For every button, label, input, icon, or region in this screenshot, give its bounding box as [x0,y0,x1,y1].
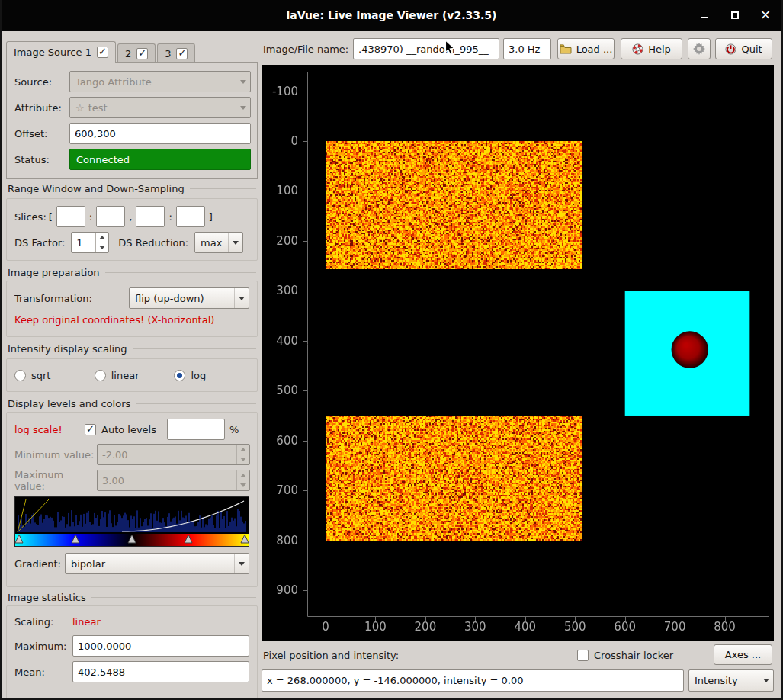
x-tick-label: 400 [506,620,544,634]
tab-1-checkbox[interactable] [97,47,108,58]
transformation-value: flip (up-down) [135,293,234,304]
x-tick-label: 600 [606,620,644,634]
y-tick-label: -100 [262,85,298,98]
section-intensity-scaling-header: Intensity display scaling [8,343,256,355]
section-title: Image statistics [8,592,86,603]
load-folder-icon [560,43,572,54]
status-badge: Connected [69,149,251,170]
tab-3-label: 3 [165,48,171,59]
auto-levels-checkbox[interactable]: Auto levels [85,424,156,435]
app-window: laVue: Live Image Viewer (v2.33.5) Image… [0,0,783,700]
x-tick-label: 200 [406,620,444,634]
spin-up-icon[interactable] [96,233,108,242]
offset-input[interactable] [69,123,251,144]
y-tick-label: 100 [262,184,298,197]
checkbox-icon [85,424,96,435]
maximum-value-label: Maximum value: [14,469,97,492]
maximum-value-spinner[interactable] [97,470,250,491]
pixel-position-label: Pixel position and intensity: [263,645,399,665]
y-tick-label: 200 [262,234,298,248]
radio-linear[interactable]: linear [95,370,175,381]
ds-reduction-select[interactable]: max [194,232,243,253]
tab-2-checkbox[interactable] [136,48,148,59]
colon-separator: : [89,211,92,223]
tab-1-label: Image Source 1 [14,47,91,58]
section-title: Image preparation [8,267,100,278]
maximum-stat-input[interactable] [72,635,249,657]
slice-row-start-input[interactable] [56,206,85,227]
stats-scaling-value: linear [72,616,101,628]
spin-down-icon[interactable] [96,242,108,252]
channel-select[interactable]: Intensity [688,669,774,692]
tab-image-source-2[interactable]: 2 [117,43,156,63]
maximize-button[interactable] [730,9,740,20]
position-readout-input[interactable] [262,669,684,692]
transformation-select[interactable]: flip (up-down) [129,287,249,309]
colon-separator: : [168,211,172,223]
window-controls [699,9,771,20]
x-tick-label: 500 [556,620,594,634]
chevron-down-icon [236,98,250,117]
mouse-cursor [444,40,456,56]
tab-image-source-1[interactable]: Image Source 1 [6,41,116,63]
slice-row-end-input[interactable] [96,206,125,227]
settings-button[interactable] [688,38,711,59]
ds-factor-label: DS Factor: [14,237,65,249]
source-select[interactable]: Tango Attribute [69,71,251,92]
attribute-select[interactable]: test [69,97,251,118]
plot-area[interactable]: -100010020030040050060070080090001002003… [262,65,774,641]
image-preparation-box: Transformation: flip (up-down) Keep orig… [6,281,258,337]
chevron-down-icon [759,670,773,691]
stats-scaling-label: Scaling: [14,616,72,628]
tab-image-source-3[interactable]: 3 [157,43,195,63]
tab-3-checkbox[interactable] [176,48,188,59]
transformation-label: Transformation: [14,293,129,304]
slices-label: Slices: [14,211,47,223]
y-tick-label: 900 [262,583,298,597]
radio-sqrt[interactable]: sqrt [14,370,95,381]
help-button[interactable]: Help [621,38,682,59]
slice-col-end-input[interactable] [176,206,205,227]
gradient-histogram-preview[interactable] [14,496,249,547]
comma-separator: , [129,211,132,223]
x-tick-label: 100 [356,620,394,634]
quit-icon [725,43,736,55]
percent-suffix: % [229,424,239,435]
y-tick-label: 0 [262,134,298,148]
source-value: Tango Attribute [75,76,236,88]
minimum-value-spinner[interactable] [97,444,250,465]
status-label: Status: [14,154,69,165]
plot-canvas[interactable] [262,65,774,641]
auto-levels-percent-input[interactable] [167,419,225,440]
x-tick-label: 0 [306,620,345,634]
load-button-label: Load ... [576,43,613,55]
minimize-button[interactable] [699,9,710,20]
gear-icon [693,43,705,55]
window-title: laVue: Live Image Viewer (v2.33.5) [287,9,497,21]
radio-log[interactable]: log [174,370,206,381]
tab-2-label: 2 [125,48,131,59]
section-title: Display levels and colors [8,398,130,409]
mean-stat-input[interactable] [72,661,249,682]
crosshair-locker-checkbox[interactable]: Crosshair locker [577,645,673,665]
ds-factor-spinner[interactable] [71,232,109,253]
spin-up-icon [237,470,249,480]
slice-col-start-input[interactable] [136,206,165,227]
display-levels-box: log scale! Auto levels % Minimum value: … [6,412,258,587]
load-button[interactable]: Load ... [557,38,615,59]
quit-button[interactable]: Quit [715,38,772,59]
axes-button-label: Axes ... [725,649,762,660]
radio-selected-icon [174,370,185,381]
refresh-rate-input[interactable] [503,38,551,59]
gradient-select[interactable]: bipolar [65,553,249,574]
section-title: Range Window and Down-Sampling [8,183,185,194]
titlebar[interactable]: laVue: Live Image Viewer (v2.33.5) [0,0,783,31]
radio-sqrt-label: sqrt [31,370,50,381]
axes-button[interactable]: Axes ... [714,644,772,665]
close-button[interactable] [760,9,771,20]
filename-input[interactable] [353,38,499,59]
x-tick-label: 800 [706,620,744,634]
y-tick-label: 500 [262,384,298,397]
control-panel: Image Source 1 2 3 Source: Tango Attribu… [6,40,258,700]
stats-mean-label: Mean: [14,666,72,678]
